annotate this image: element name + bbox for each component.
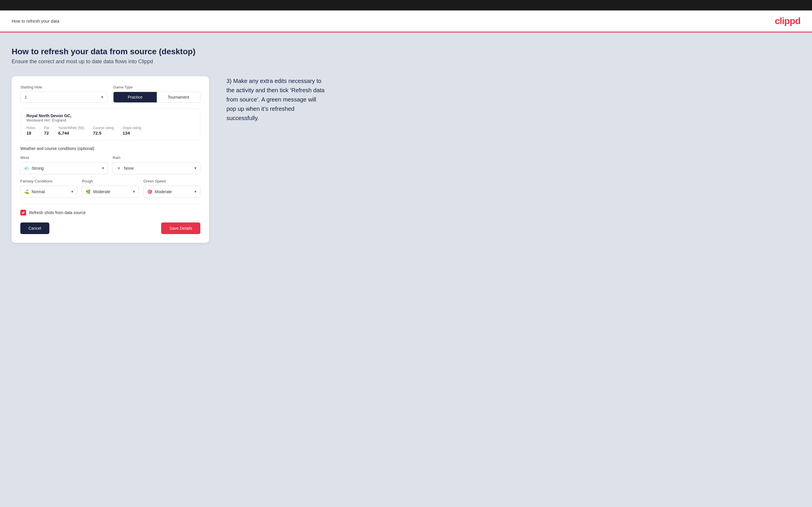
game-type-buttons: Practice Tournament [113, 92, 200, 103]
wind-group: Wind 💨 Strong ▼ [20, 156, 108, 174]
starting-hole-wrapper: 1 ▼ [20, 92, 107, 103]
rain-select[interactable]: ☀ None ▼ [113, 162, 200, 174]
rain-value: None [124, 166, 134, 171]
par-label: Par [44, 126, 50, 130]
green-speed-wrapper: 🎯 Moderate ▼ [143, 186, 200, 198]
rain-label: Rain [113, 156, 200, 160]
wind-value: Strong [32, 166, 44, 171]
rough-label: Rough [82, 179, 139, 183]
slope-rating-value: 134 [122, 130, 141, 135]
rough-group: Rough 🌿 Moderate ▼ [82, 179, 139, 198]
wind-rain-row: Wind 💨 Strong ▼ Rain ☀ None [20, 156, 200, 174]
green-speed-select[interactable]: 🎯 Moderate ▼ [143, 186, 200, 198]
yards-value: 6,744 [58, 130, 84, 135]
rough-value: Moderate [93, 189, 110, 194]
page-heading: How to refresh your data from source (de… [12, 47, 800, 56]
holes-label: Holes [27, 126, 36, 130]
refresh-checkbox-row: Refresh shots from data source [20, 210, 200, 216]
green-speed-group: Green Speed 🎯 Moderate ▼ [143, 179, 200, 198]
practice-button[interactable]: Practice [113, 92, 157, 102]
fairway-group: Fairway Conditions ⛳ Normal ▼ [20, 179, 77, 198]
course-location: Westward Ho!, England [27, 118, 194, 122]
course-stats: Holes 18 Par 72 Yards/White (M)) 6,744 C… [27, 126, 194, 135]
wind-arrow-icon: ▼ [101, 166, 105, 170]
fairway-arrow-icon: ▼ [70, 190, 74, 194]
green-speed-arrow-icon: ▼ [194, 190, 197, 194]
header: How to refresh your data clippd [0, 10, 812, 33]
rough-icon: 🌿 [85, 189, 91, 194]
holes-value: 18 [27, 130, 36, 135]
side-note-text: 3) Make any extra edits necessary to the… [226, 76, 325, 123]
starting-hole-group: Starting Hole 1 ▼ [20, 85, 107, 103]
yards-stat: Yards/White (M)) 6,744 [58, 126, 84, 135]
top-form-row: Starting Hole 1 ▼ Game Type Practice Tou… [20, 85, 200, 103]
starting-hole-select[interactable]: 1 [20, 92, 107, 103]
fairway-value: Normal [32, 189, 45, 194]
fairway-wrapper: ⛳ Normal ▼ [20, 186, 77, 198]
logo: clippd [775, 16, 800, 26]
side-note: 3) Make any extra edits necessary to the… [226, 76, 325, 123]
refresh-checkbox[interactable] [20, 210, 26, 216]
form-card: Starting Hole 1 ▼ Game Type Practice Tou… [12, 76, 209, 243]
wind-label: Wind [20, 156, 108, 160]
page-subheading: Ensure the correct and most up to date d… [12, 59, 800, 65]
wind-wrapper: 💨 Strong ▼ [20, 162, 108, 174]
par-value: 72 [44, 130, 50, 135]
header-title: How to refresh your data [12, 18, 59, 23]
wind-icon: 💨 [23, 165, 29, 171]
rough-arrow-icon: ▼ [132, 190, 136, 194]
game-type-group: Game Type Practice Tournament [113, 85, 200, 103]
par-stat: Par 72 [44, 126, 50, 135]
course-name: Royal North Devon GC, [27, 113, 194, 118]
rain-arrow-icon: ▼ [194, 166, 197, 170]
rough-wrapper: 🌿 Moderate ▼ [82, 186, 139, 198]
slope-rating-label: Slope rating [122, 126, 141, 130]
green-speed-icon: 🎯 [147, 189, 152, 194]
green-speed-label: Green Speed [143, 179, 200, 183]
rough-select[interactable]: 🌿 Moderate ▼ [82, 186, 139, 198]
button-row: Cancel Save Details [20, 222, 200, 234]
starting-hole-label: Starting Hole [20, 85, 107, 89]
save-button[interactable]: Save Details [161, 222, 200, 234]
course-rating-stat: Course rating 72.5 [93, 126, 114, 135]
tournament-button[interactable]: Tournament [157, 92, 200, 102]
refresh-checkbox-label: Refresh shots from data source [29, 210, 86, 215]
green-speed-value: Moderate [155, 189, 172, 194]
top-bar [0, 0, 812, 10]
conditions-section-title: Weather and course conditions (optional) [20, 146, 200, 151]
main-content: How to refresh your data from source (de… [0, 33, 812, 507]
fairway-icon: ⛳ [23, 189, 29, 194]
cancel-button[interactable]: Cancel [20, 222, 49, 234]
wind-select[interactable]: 💨 Strong ▼ [20, 162, 108, 174]
form-divider [20, 204, 200, 204]
rain-icon: ☀ [116, 165, 122, 171]
rain-group: Rain ☀ None ▼ [113, 156, 200, 174]
fairway-select[interactable]: ⛳ Normal ▼ [20, 186, 77, 198]
content-layout: Starting Hole 1 ▼ Game Type Practice Tou… [12, 76, 800, 243]
game-type-label: Game Type [113, 85, 200, 89]
fairway-label: Fairway Conditions [20, 179, 77, 183]
rain-wrapper: ☀ None ▼ [113, 162, 200, 174]
course-rating-label: Course rating [93, 126, 114, 130]
course-info-box: Royal North Devon GC, Westward Ho!, Engl… [20, 109, 200, 140]
slope-rating-stat: Slope rating 134 [122, 126, 141, 135]
course-conditions-row: Fairway Conditions ⛳ Normal ▼ Rough 🌿 [20, 179, 200, 198]
holes-stat: Holes 18 [27, 126, 36, 135]
yards-label: Yards/White (M)) [58, 126, 84, 130]
course-rating-value: 72.5 [93, 130, 114, 135]
